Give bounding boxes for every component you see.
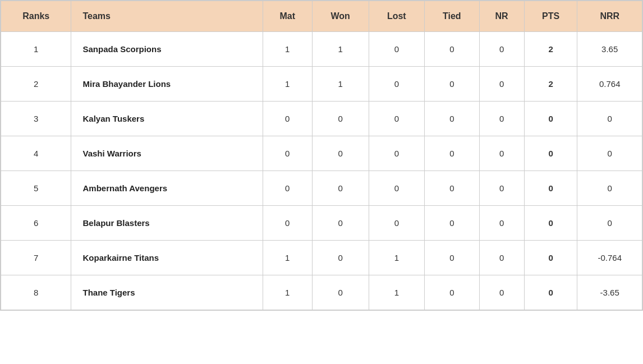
cell-tied: 0: [425, 67, 479, 102]
cell-tied: 0: [425, 206, 479, 241]
table-row: 7Koparkairne Titans101000-0.764: [1, 241, 642, 275]
cell-nr: 0: [479, 102, 524, 136]
header-lost: Lost: [369, 1, 425, 32]
header-nr: NR: [479, 1, 524, 32]
cell-nr: 0: [479, 171, 524, 206]
table-row: 5Ambernath Avengers0000000: [1, 171, 642, 206]
cell-rank: 2: [1, 67, 71, 102]
cell-lost: 0: [369, 136, 425, 171]
cell-tied: 0: [425, 102, 479, 136]
cell-rank: 1: [1, 32, 71, 67]
cell-pts: 2: [524, 32, 577, 67]
header-teams: Teams: [71, 1, 263, 32]
cell-pts: 0: [524, 102, 577, 136]
cell-lost: 1: [369, 275, 425, 310]
table-row: 2Mira Bhayander Lions1100020.764: [1, 67, 642, 102]
cell-nrr: 0: [577, 206, 642, 241]
cell-lost: 0: [369, 171, 425, 206]
cell-lost: 0: [369, 102, 425, 136]
cell-nr: 0: [479, 275, 524, 310]
cell-nrr: 3.65: [577, 32, 642, 67]
cell-rank: 3: [1, 102, 71, 136]
cell-mat: 0: [263, 136, 312, 171]
cell-won: 1: [312, 67, 369, 102]
cell-won: 0: [312, 275, 369, 310]
cell-pts: 0: [524, 171, 577, 206]
table-row: 1Sanpada Scorpions1100023.65: [1, 32, 642, 67]
table-header-row: Ranks Teams Mat Won Lost Tied NR PTS NRR: [1, 1, 642, 32]
cell-pts: 0: [524, 275, 577, 310]
cell-tied: 0: [425, 32, 479, 67]
cell-mat: 0: [263, 171, 312, 206]
cell-rank: 4: [1, 136, 71, 171]
cell-team: Vashi Warriors: [71, 136, 263, 171]
cell-team: Thane Tigers: [71, 275, 263, 310]
cell-team: Ambernath Avengers: [71, 171, 263, 206]
cell-lost: 0: [369, 32, 425, 67]
cell-rank: 8: [1, 275, 71, 310]
cell-team: Koparkairne Titans: [71, 241, 263, 275]
cell-won: 1: [312, 32, 369, 67]
cell-pts: 2: [524, 67, 577, 102]
header-won: Won: [312, 1, 369, 32]
cell-mat: 1: [263, 67, 312, 102]
cell-rank: 6: [1, 206, 71, 241]
cell-lost: 0: [369, 67, 425, 102]
header-mat: Mat: [263, 1, 312, 32]
table-row: 8Thane Tigers101000-3.65: [1, 275, 642, 310]
table-row: 4Vashi Warriors0000000: [1, 136, 642, 171]
cell-nrr: 0: [577, 136, 642, 171]
header-tied: Tied: [425, 1, 479, 32]
cell-won: 0: [312, 136, 369, 171]
cell-pts: 0: [524, 136, 577, 171]
cell-tied: 0: [425, 241, 479, 275]
cell-nrr: -0.764: [577, 241, 642, 275]
cell-won: 0: [312, 171, 369, 206]
cell-nrr: 0.764: [577, 67, 642, 102]
cell-nr: 0: [479, 206, 524, 241]
cell-mat: 1: [263, 241, 312, 275]
standings-table: Ranks Teams Mat Won Lost Tied NR PTS NRR…: [1, 1, 642, 310]
cell-team: Mira Bhayander Lions: [71, 67, 263, 102]
header-nrr: NRR: [577, 1, 642, 32]
cell-won: 0: [312, 241, 369, 275]
cell-pts: 0: [524, 206, 577, 241]
cell-nr: 0: [479, 136, 524, 171]
cell-mat: 0: [263, 206, 312, 241]
cell-tied: 0: [425, 275, 479, 310]
cell-rank: 5: [1, 171, 71, 206]
cell-tied: 0: [425, 171, 479, 206]
cell-tied: 0: [425, 136, 479, 171]
cell-mat: 1: [263, 32, 312, 67]
cell-team: Kalyan Tuskers: [71, 102, 263, 136]
cell-nrr: 0: [577, 171, 642, 206]
standings-table-wrapper: Ranks Teams Mat Won Lost Tied NR PTS NRR…: [0, 0, 643, 311]
header-pts: PTS: [524, 1, 577, 32]
cell-nr: 0: [479, 32, 524, 67]
header-ranks: Ranks: [1, 1, 71, 32]
cell-pts: 0: [524, 241, 577, 275]
cell-nr: 0: [479, 67, 524, 102]
cell-mat: 1: [263, 275, 312, 310]
cell-mat: 0: [263, 102, 312, 136]
cell-lost: 0: [369, 206, 425, 241]
table-row: 3Kalyan Tuskers0000000: [1, 102, 642, 136]
cell-team: Sanpada Scorpions: [71, 32, 263, 67]
cell-rank: 7: [1, 241, 71, 275]
table-row: 6Belapur Blasters0000000: [1, 206, 642, 241]
cell-won: 0: [312, 102, 369, 136]
cell-team: Belapur Blasters: [71, 206, 263, 241]
cell-nrr: -3.65: [577, 275, 642, 310]
cell-nrr: 0: [577, 102, 642, 136]
cell-lost: 1: [369, 241, 425, 275]
cell-won: 0: [312, 206, 369, 241]
cell-nr: 0: [479, 241, 524, 275]
